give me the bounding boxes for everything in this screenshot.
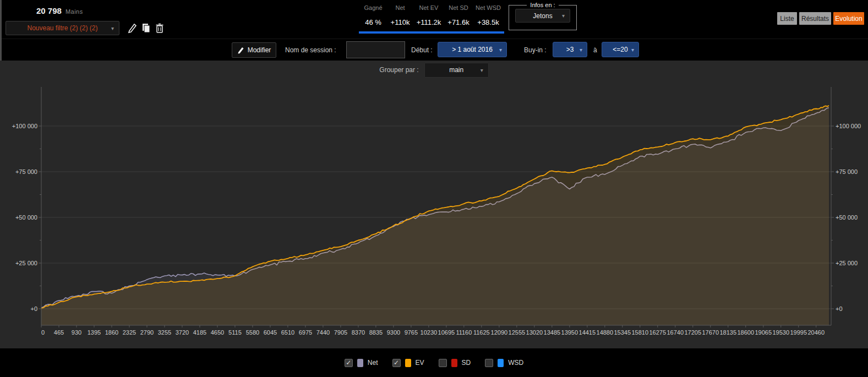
evolution-chart-panel: Grouper par : main ▾ +0+0+25 000+25 000+… xyxy=(0,61,868,348)
start-date-label: Début : xyxy=(411,46,433,54)
x-tick-label: 19530 xyxy=(772,329,789,336)
view-button-liste[interactable]: Liste xyxy=(777,12,797,25)
x-tick-label: 930 xyxy=(72,329,81,336)
x-tick-label: 20460 xyxy=(807,329,825,336)
session-name-label: Nom de session : xyxy=(285,46,336,54)
x-tick-label: 6045 xyxy=(264,329,277,336)
legend-item-net: ✓Net xyxy=(345,359,378,367)
filter-select-value: Nouveau filtre (2) (2) (2) xyxy=(27,24,97,32)
edit-filter-button[interactable] xyxy=(125,21,139,35)
x-tick-label: 14415 xyxy=(579,329,596,336)
y-tick-label: +25 000 xyxy=(15,260,37,266)
stat-value: +111.2k xyxy=(413,18,445,26)
x-tick-label: 12555 xyxy=(509,329,526,336)
delete-filter-button[interactable] xyxy=(153,21,166,35)
chevron-down-icon: ▾ xyxy=(562,13,565,19)
filter-select[interactable]: Nouveau filtre (2) (2) (2) ▾ xyxy=(6,21,119,35)
view-button-evolution[interactable]: Evolution xyxy=(833,12,864,25)
stat-label: Gagné xyxy=(359,4,387,11)
modify-button-label: Modifier xyxy=(248,46,271,54)
buyin-min-value: >3 xyxy=(566,46,574,53)
infos-en-legend: Infos en : xyxy=(527,2,558,8)
legend-checkbox-wsd[interactable]: ✓ xyxy=(485,359,493,367)
chevron-down-icon: ▾ xyxy=(580,47,582,53)
buyin-label: Buy-in : xyxy=(524,46,547,54)
x-tick-label: 17670 xyxy=(702,329,719,336)
stat-net-ev: Net EV+111.2k xyxy=(413,4,445,34)
legend-label: WSD xyxy=(508,359,523,367)
chevron-down-icon: ▾ xyxy=(499,47,502,53)
legend-checkbox-ev[interactable]: ✓ xyxy=(392,359,401,367)
stat-value: 46 % xyxy=(359,18,387,26)
legend-label: SD xyxy=(462,359,471,367)
x-tick-label: 15810 xyxy=(632,329,649,336)
x-tick-label: 13485 xyxy=(544,329,561,336)
x-tick-label: 18135 xyxy=(719,329,736,336)
x-tick-label: 5115 xyxy=(228,329,242,336)
x-tick-label: 16275 xyxy=(649,329,666,336)
infos-en-value: Jetons xyxy=(533,12,552,20)
start-date-select[interactable]: > 1 août 2016 ▾ xyxy=(438,42,507,57)
view-button-résultats[interactable]: Résultats xyxy=(799,12,831,25)
start-date-value: > 1 août 2016 xyxy=(452,46,493,53)
modify-button[interactable]: Modifier xyxy=(232,42,276,58)
x-tick-label: 1860 xyxy=(105,329,118,336)
x-tick-label: 8835 xyxy=(369,329,383,336)
x-tick-label: 15345 xyxy=(614,329,631,336)
y-tick-label: +25 000 xyxy=(836,260,858,266)
x-tick-label: 8370 xyxy=(352,329,365,336)
y-tick-label: +75 000 xyxy=(836,168,858,175)
hands-count-label: Mains xyxy=(65,8,83,15)
y-tick-label: +75 000 xyxy=(15,168,37,175)
x-tick-label: 465 xyxy=(54,329,64,336)
legend-item-sd: ✓SD xyxy=(439,359,471,367)
x-tick-label: 7440 xyxy=(316,329,330,336)
buyin-min-select[interactable]: >3 ▾ xyxy=(553,42,587,57)
stat-net: Net+110k xyxy=(386,4,414,34)
legend-checkbox-sd[interactable]: ✓ xyxy=(439,359,447,367)
x-tick-label: 5580 xyxy=(246,329,259,336)
x-tick-label: 3255 xyxy=(158,329,171,336)
top-bar: 20 798Mains Nouveau filtre (2) (2) (2) ▾… xyxy=(0,0,868,39)
legend-swatch-wsd xyxy=(498,359,504,367)
x-tick-label: 9765 xyxy=(405,329,418,336)
buyin-max-select[interactable]: <=20 ▾ xyxy=(602,42,639,57)
chevron-down-icon: ▾ xyxy=(111,25,114,31)
series-area-ev xyxy=(41,106,829,325)
x-tick-label: 11625 xyxy=(473,329,490,336)
stat-label: Net SD xyxy=(445,4,472,11)
y-tick-label: +0 xyxy=(836,305,843,312)
y-tick-label: +100 000 xyxy=(12,123,37,129)
infos-en-select[interactable]: Jetons ▾ xyxy=(515,9,570,23)
session-name-input[interactable] xyxy=(346,41,405,58)
x-tick-label: 6510 xyxy=(281,329,294,336)
buyin-max-value: <=20 xyxy=(613,46,627,53)
hands-counter: 20 798Mains xyxy=(36,6,83,16)
stat-underline xyxy=(359,31,387,34)
legend-item-ev: ✓EV xyxy=(392,359,424,367)
hands-count: 20 798 xyxy=(36,6,62,15)
stat-label: Net EV xyxy=(413,4,445,11)
x-tick-label: 10230 xyxy=(421,329,438,336)
x-tick-label: 0 xyxy=(41,329,45,336)
chart-legend: ✓Net✓EV✓SD✓WSD xyxy=(0,348,868,377)
chevron-down-icon: ▾ xyxy=(631,47,634,53)
x-tick-label: 13020 xyxy=(526,329,543,336)
x-tick-label: 6975 xyxy=(299,329,312,336)
copy-icon xyxy=(141,23,151,34)
buyin-to-label: à xyxy=(593,46,597,54)
stat-value: +110k xyxy=(386,18,414,26)
x-tick-label: 7905 xyxy=(334,329,347,336)
infos-en-fieldset: Infos en : Jetons ▾ xyxy=(509,2,577,30)
pencil-icon xyxy=(127,23,137,34)
legend-swatch-net xyxy=(357,359,363,367)
stat-value: +71.6k xyxy=(445,18,472,26)
x-tick-label: 11160 xyxy=(456,329,472,336)
legend-item-wsd: ✓WSD xyxy=(485,359,523,367)
stat-underline xyxy=(386,31,414,34)
window-edge xyxy=(0,0,2,61)
x-tick-label: 16740 xyxy=(667,329,684,336)
duplicate-filter-button[interactable] xyxy=(139,21,152,35)
legend-checkbox-net[interactable]: ✓ xyxy=(345,359,353,367)
legend-swatch-sd xyxy=(451,359,457,367)
